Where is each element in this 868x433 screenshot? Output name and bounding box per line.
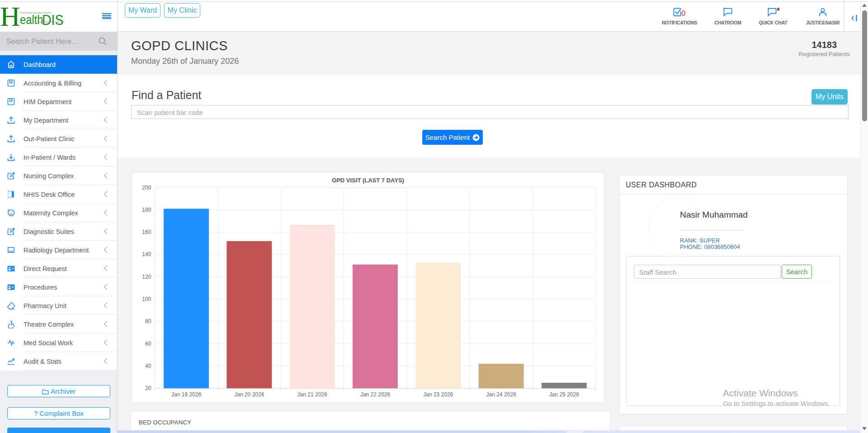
svg-text:120: 120 (142, 274, 151, 280)
svg-text:Jan 22 2026: Jan 22 2026 (360, 391, 390, 398)
svg-text:Jan 25 2026: Jan 25 2026 (549, 391, 579, 398)
svg-text:80: 80 (145, 318, 151, 324)
svg-text:200: 200 (142, 185, 151, 191)
svg-text:60: 60 (145, 341, 151, 347)
svg-text:Jan 23 2026: Jan 23 2026 (423, 391, 453, 398)
svg-text:100: 100 (142, 296, 151, 302)
svg-text:140: 140 (142, 251, 151, 257)
svg-text:Jan 20 2026: Jan 20 2026 (234, 391, 264, 398)
svg-text:160: 160 (142, 229, 151, 235)
svg-text:20: 20 (145, 385, 151, 391)
svg-text:0: 0 (682, 10, 686, 17)
svg-text:OPD VISIT (LAST 7 DAYS): OPD VISIT (LAST 7 DAYS) (332, 177, 404, 184)
svg-text:Jan 21 2026: Jan 21 2026 (297, 391, 327, 398)
svg-text:Jan 19 2026: Jan 19 2026 (171, 391, 201, 398)
svg-text:180: 180 (142, 207, 151, 213)
svg-text:40: 40 (145, 363, 151, 369)
svg-text:Jan 24 2026: Jan 24 2026 (486, 391, 516, 398)
